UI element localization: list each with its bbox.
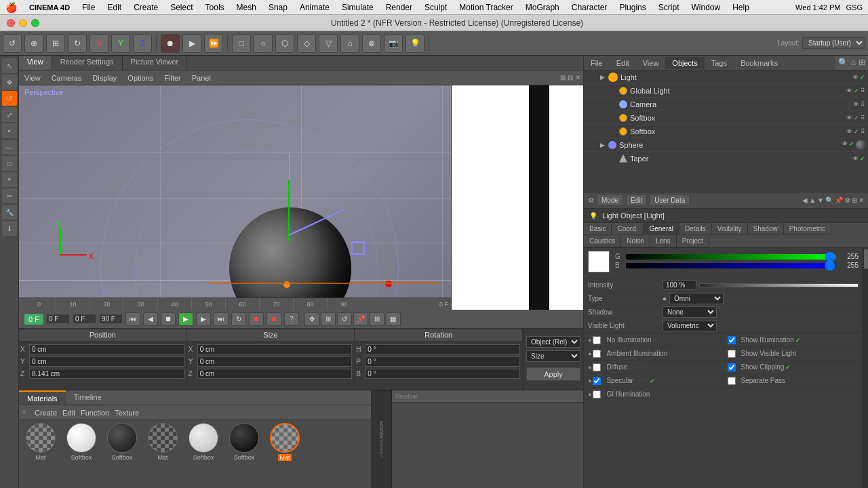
menu-edit[interactable]: Edit xyxy=(102,1,127,14)
no-illumination-check[interactable] xyxy=(593,336,601,344)
scale-icon[interactable]: ⊞ xyxy=(321,312,336,326)
menu-window[interactable]: Window xyxy=(686,1,726,14)
tool-polys[interactable]: □ xyxy=(2,156,17,171)
material-item-2[interactable]: Softbox xyxy=(103,423,141,461)
obj-bookmarks[interactable]: Bookmarks xyxy=(734,57,785,69)
tab-render-settings[interactable]: Render Settings xyxy=(52,56,123,70)
toolbar-y[interactable]: Y xyxy=(111,34,130,53)
toolbar-undo[interactable]: ↺ xyxy=(3,34,22,53)
toolbar-sphere2[interactable]: ○ xyxy=(254,34,273,53)
tool-brush[interactable]: ⌖ xyxy=(2,172,17,187)
help-btn[interactable]: ? xyxy=(284,312,299,326)
b-slider[interactable] xyxy=(626,263,835,268)
prop-tab-shadow[interactable]: Shadow xyxy=(748,223,784,235)
material-item-1[interactable]: Softbox xyxy=(62,423,100,461)
intensity-slider[interactable] xyxy=(699,283,859,287)
mat-create[interactable]: Create xyxy=(35,409,57,417)
toolbar-obj3[interactable]: ▽ xyxy=(319,34,338,53)
grid-view-icon[interactable]: ⊞ xyxy=(859,58,865,67)
prop-scrollbar-thumb[interactable] xyxy=(864,249,868,269)
user-data-btn[interactable]: User Data xyxy=(650,195,690,206)
menu-help[interactable]: Help xyxy=(727,1,755,14)
visible-light-select[interactable]: Volumetric xyxy=(663,320,717,331)
tree-item-sphere[interactable]: ▶ Sphere 👁 ✓ xyxy=(584,138,868,152)
prop-nav-left[interactable]: ◀ xyxy=(802,197,808,204)
gl-dots-icon[interactable]: ⠿ xyxy=(861,87,865,94)
menu-character[interactable]: Character xyxy=(566,1,613,14)
tree-item-softbox2[interactable]: Softbox 👁 ✓ ⠿ xyxy=(584,125,868,138)
menu-sculpt[interactable]: Sculpt xyxy=(419,1,452,14)
rotation-b-input[interactable]: 0 ° xyxy=(365,369,520,379)
show-clipping-check[interactable] xyxy=(728,363,736,371)
separate-pass-check[interactable] xyxy=(728,377,736,385)
prop-tab-caustics[interactable]: Caustics xyxy=(584,235,621,247)
material-item-6[interactable]: Mat xyxy=(266,423,304,461)
menu-mesh[interactable]: Mesh xyxy=(231,1,262,14)
color-swatch[interactable] xyxy=(588,251,610,272)
show-visible-light-check[interactable] xyxy=(728,350,736,358)
toolbar-scale[interactable]: ⊞ xyxy=(46,34,65,53)
prop-search[interactable]: 🔍 xyxy=(825,197,833,204)
taper-check[interactable]: ✓ xyxy=(860,155,865,162)
toolbar-x[interactable]: ✕ xyxy=(90,34,108,53)
play-btn[interactable]: ▶ xyxy=(178,312,193,326)
tree-item-global-light[interactable]: Global Light 👁 ✓ ⠿ xyxy=(584,84,868,98)
obj-edit[interactable]: Edit xyxy=(610,57,636,69)
layout-icon[interactable]: ▦ xyxy=(386,312,401,326)
vt-display[interactable]: Display xyxy=(90,73,119,83)
ambient-illumination-check[interactable] xyxy=(593,350,601,358)
close-button[interactable] xyxy=(7,19,15,27)
record2-btn[interactable]: ⏺ xyxy=(267,312,281,326)
light-vis-icon[interactable]: 👁 xyxy=(852,74,859,81)
tab-picture-viewer[interactable]: Picture Viewer xyxy=(123,56,188,70)
vt-view[interactable]: View xyxy=(22,73,43,83)
menu-select[interactable]: Select xyxy=(165,1,198,14)
sb1-dots[interactable]: ⠿ xyxy=(861,115,865,121)
start-frame[interactable] xyxy=(46,314,70,324)
loop-btn[interactable]: ↻ xyxy=(231,312,246,326)
menu-file[interactable]: File xyxy=(77,1,100,14)
prop-tab-noise[interactable]: Noise xyxy=(621,235,650,247)
stop-btn[interactable]: ⏹ xyxy=(161,312,176,326)
vt-options[interactable]: Options xyxy=(125,73,156,83)
mat-function[interactable]: Function xyxy=(81,409,109,417)
toolbar-camera[interactable]: 📷 xyxy=(384,34,403,53)
prop-tab-photometric[interactable]: Photometric xyxy=(784,223,831,235)
toolbar-cube[interactable]: □ xyxy=(232,34,251,53)
toolbar-obj5[interactable]: ⊗ xyxy=(362,34,381,53)
menu-simulate[interactable]: Simulate xyxy=(336,1,379,14)
rotate-icon[interactable]: ↺ xyxy=(337,312,352,326)
sphere-check[interactable]: ✓ xyxy=(849,140,854,150)
size-x-input[interactable]: 0 cm xyxy=(197,344,353,354)
shadow-select[interactable]: None xyxy=(663,306,717,318)
vt-filter[interactable]: Filter xyxy=(161,73,183,83)
intensity-input[interactable] xyxy=(663,280,696,290)
prop-tab-basic[interactable]: Basic xyxy=(584,223,612,235)
prop-scrollbar[interactable] xyxy=(863,248,868,488)
edit-btn[interactable]: Edit xyxy=(626,195,647,206)
prop-fullscreen[interactable]: ⊞ xyxy=(852,197,857,204)
prop-tab-general[interactable]: General xyxy=(644,223,679,235)
tree-item-taper[interactable]: Taper 👁 ✓ xyxy=(584,152,868,165)
menu-render[interactable]: Render xyxy=(380,1,418,14)
sphere-vis[interactable]: 👁 xyxy=(842,140,848,150)
prop-tab-visibility[interactable]: Visibility xyxy=(712,223,748,235)
tool-knife[interactable]: ✂ xyxy=(2,188,17,203)
home-icon[interactable]: ⌂ xyxy=(851,58,856,67)
x-handle-end[interactable] xyxy=(385,281,392,287)
material-item-4[interactable]: Softbox xyxy=(184,423,222,461)
menu-tools[interactable]: Tools xyxy=(200,1,230,14)
tree-item-light[interactable]: ▶ Light 👁 ✓ xyxy=(584,70,868,84)
mat-texture[interactable]: Texture xyxy=(115,409,139,417)
gl-check-icon[interactable]: ✓ xyxy=(854,87,859,94)
vt-panel[interactable]: Panel xyxy=(189,73,214,83)
toolbar-light[interactable]: 💡 xyxy=(406,34,425,53)
maximize-button[interactable] xyxy=(31,19,39,27)
size-y-input[interactable]: 0 cm xyxy=(197,357,353,367)
viewport[interactable]: Perspective xyxy=(19,85,583,310)
prop-settings[interactable]: ⚙ xyxy=(844,197,850,204)
tree-item-softbox1[interactable]: Softbox 👁 ✓ ⠿ xyxy=(584,111,868,125)
sphere-mat[interactable] xyxy=(856,140,865,150)
type-select[interactable]: Omni xyxy=(669,293,724,304)
gi-illumination-check[interactable] xyxy=(593,390,601,399)
